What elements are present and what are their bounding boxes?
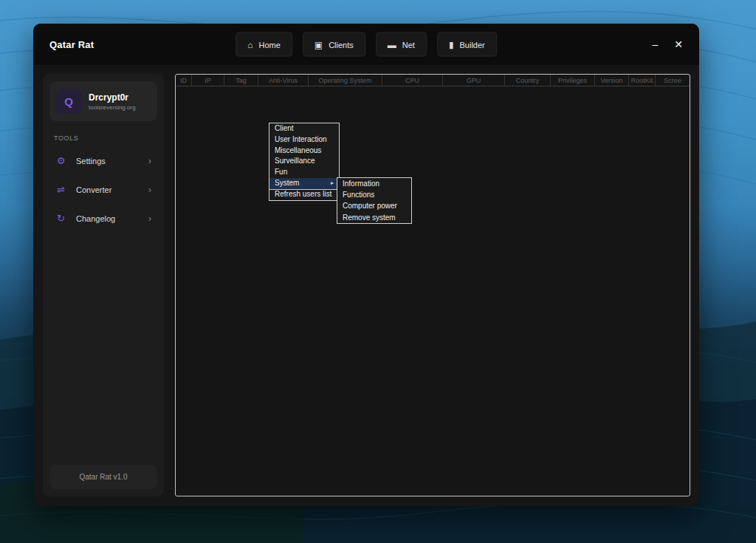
sidebar-item-converter[interactable]: ⇌ Converter › [49,175,157,204]
nav-clients-button[interactable]: ▣ Clients [303,33,365,57]
menu-item-label: Computer power [343,200,397,211]
menu-item-label: Refresh users list [275,189,331,200]
changelog-icon: ↻ [55,214,66,223]
column-header[interactable]: Scree [656,75,690,86]
home-icon: ⌂ [247,40,252,49]
builder-icon: ▮ [449,40,454,49]
sidebar-item-label: Converter [76,185,111,194]
minimize-button[interactable]: – [652,39,658,49]
submenu-item-computer-power[interactable]: Computer power [337,200,411,211]
column-header[interactable]: Privileges [551,75,595,86]
table-header-row: ID IP Tag Anti-Virus Operating System CP… [176,75,690,86]
app-window: Qatar Rat ⌂ Home ▣ Clients ▬ Net ▮ Build… [33,24,699,506]
chevron-right-icon: › [148,185,151,194]
column-header[interactable]: RootKit [629,75,656,86]
menu-item-label: Functions [343,189,374,200]
submenu-item-information[interactable]: Information [337,178,411,189]
sidebar: Q Drcrypt0r toolsreversing.org TOOLS ⚙ S… [43,74,164,496]
profile-subtitle: toolsreversing.org [89,104,136,111]
menu-item-fun[interactable]: Fun [269,167,339,178]
nav-net-label: Net [402,40,415,49]
nav-clients-label: Clients [329,40,354,49]
profile-name: Drcrypt0r [89,92,136,103]
submenu-item-functions[interactable]: Functions [337,189,411,200]
title-bar[interactable]: Qatar Rat ⌂ Home ▣ Clients ▬ Net ▮ Build… [33,24,699,65]
clients-table: ID IP Tag Anti-Virus Operating System CP… [175,74,690,496]
version-label: Qatar Rat v1.0 [49,465,157,489]
column-header[interactable]: Anti-Virus [258,75,309,86]
submenu-item-remove-system[interactable]: Remove system [337,212,411,223]
nav-builder-button[interactable]: ▮ Builder [437,33,497,57]
sidebar-item-label: Settings [76,157,106,165]
menu-item-label: User Interaction [275,134,327,146]
menu-item-system[interactable]: System ▸ [269,178,339,189]
avatar: Q [56,89,81,114]
top-nav: ⌂ Home ▣ Clients ▬ Net ▮ Builder [236,33,497,57]
column-header[interactable]: CPU [382,75,443,86]
window-body: Q Drcrypt0r toolsreversing.org TOOLS ⚙ S… [33,65,699,506]
sidebar-item-label: Changelog [76,214,115,223]
gear-icon: ⚙ [55,156,66,165]
chevron-right-icon: › [148,156,151,165]
column-header[interactable]: Tag [224,75,258,86]
profile-card[interactable]: Q Drcrypt0r toolsreversing.org [49,81,157,121]
nav-net-button[interactable]: ▬ Net [376,33,427,57]
sidebar-item-settings[interactable]: ⚙ Settings › [49,146,157,175]
menu-item-surveillance[interactable]: Surveillance [269,156,339,167]
desktop: Qatar Rat ⌂ Home ▣ Clients ▬ Net ▮ Build… [0,0,756,543]
menu-item-refresh-users[interactable]: Refresh users list [269,189,339,200]
chevron-right-icon: › [148,214,151,223]
window-controls: – ✕ [652,39,683,49]
nav-builder-label: Builder [460,40,485,49]
net-icon: ▬ [388,40,396,49]
close-button[interactable]: ✕ [674,39,683,49]
tools-section-label: TOOLS [54,134,153,142]
converter-icon: ⇌ [55,185,66,194]
app-title: Qatar Rat [49,39,94,50]
submenu-arrow-icon: ▸ [331,178,334,189]
column-header[interactable]: GPU [443,75,505,86]
column-header[interactable]: Version [595,75,629,86]
column-header[interactable]: IP [192,75,224,86]
menu-item-label: System [275,178,299,189]
clients-table-body[interactable] [176,87,690,496]
profile-info: Drcrypt0r toolsreversing.org [89,92,136,111]
system-submenu: Information Functions Computer power Rem… [337,177,412,224]
menu-item-label: Client [275,123,294,134]
column-header[interactable]: Country [505,75,551,86]
clients-icon: ▣ [315,40,323,49]
menu-item-label: Information [343,178,379,189]
column-header[interactable]: ID [176,75,192,86]
context-menu: Client User Interaction Miscellaneous Su… [269,123,340,201]
nav-home-label: Home [258,40,280,49]
menu-item-label: Fun [275,167,287,178]
menu-item-client[interactable]: Client [269,123,339,134]
menu-item-label: Miscellaneous [275,146,321,157]
menu-item-miscellaneous[interactable]: Miscellaneous [269,146,339,157]
menu-item-label: Remove system [343,212,396,223]
menu-item-user-interaction[interactable]: User Interaction [269,134,339,146]
column-header[interactable]: Operating System [309,75,382,86]
sidebar-item-changelog[interactable]: ↻ Changelog › [49,204,157,233]
nav-home-button[interactable]: ⌂ Home [236,33,292,57]
menu-item-label: Surveillance [275,156,315,167]
